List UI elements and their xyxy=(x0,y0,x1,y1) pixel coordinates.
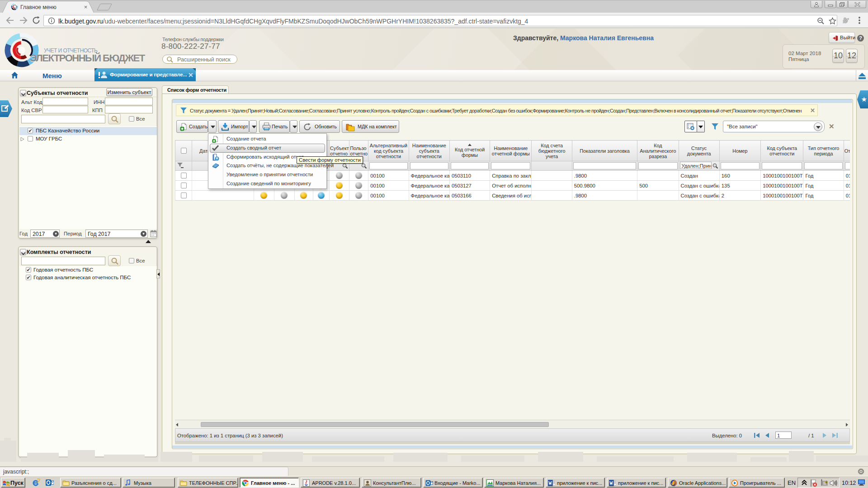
th[interactable]: Альтернативный код субъекта отчетности xyxy=(368,141,409,161)
module-tab-close-icon[interactable]: ✕ xyxy=(188,71,193,79)
scroll-left-icon[interactable] xyxy=(176,423,178,427)
period-select-arrow-icon[interactable]: ▾ xyxy=(141,231,146,237)
splitter-collapse-icon[interactable] xyxy=(146,240,151,243)
close-icon[interactable] xyxy=(848,1,866,8)
show-desktop-icon[interactable] xyxy=(858,479,865,486)
sidebar-collapse-handle[interactable] xyxy=(156,269,160,278)
filter-input[interactable] xyxy=(451,162,489,169)
sets-collapse-icon[interactable] xyxy=(20,249,26,255)
scroll-right-icon[interactable] xyxy=(846,423,848,427)
year-select-arrow-icon[interactable]: ▾ xyxy=(53,231,59,237)
altcode-input[interactable] xyxy=(42,98,88,105)
quicklaunch-outlook-icon[interactable] xyxy=(46,479,54,488)
table-settings-arrow[interactable] xyxy=(697,121,705,132)
extension-icon[interactable] xyxy=(842,17,850,24)
create-menu-item[interactable]: Создание отчета xyxy=(226,136,266,141)
column-header[interactable]: Статус документа xyxy=(679,145,719,156)
filter-input[interactable]: Удален;Прин xyxy=(680,162,712,169)
create-menu-item[interactable]: Сформировать исходящий отчет xyxy=(226,154,304,160)
subjects-search-button[interactable] xyxy=(108,113,121,124)
collapse-header-icon[interactable] xyxy=(859,73,866,79)
horizontal-scrollbar[interactable] xyxy=(175,420,850,428)
row-checkbox[interactable] xyxy=(181,192,187,198)
th[interactable]: Статус документа xyxy=(679,141,719,161)
records-filter-close-icon[interactable]: ✕ xyxy=(829,122,835,131)
create-menu-item[interactable]: Создать сводный отчет xyxy=(226,145,281,150)
change-subject-button[interactable]: Изменить субъект xyxy=(106,88,152,96)
filter-input[interactable] xyxy=(369,162,407,169)
network-icon[interactable] xyxy=(821,479,829,487)
filter-search-cell[interactable]: Удален;Прин xyxy=(679,162,719,170)
taskbar-button[interactable]: Главное меню - ... xyxy=(240,478,299,488)
bookmark-star-icon[interactable] xyxy=(829,17,836,25)
print-dropdown-arrow[interactable] xyxy=(290,120,297,133)
back-icon[interactable] xyxy=(5,16,14,24)
column-header[interactable]: Пользо отчетно xyxy=(350,145,368,156)
filter-input[interactable] xyxy=(845,162,850,169)
taskbar-button[interactable]: Музыка xyxy=(123,478,175,488)
th[interactable]: Тип отчетного периода xyxy=(803,141,844,161)
th[interactable]: Номер xyxy=(719,141,760,161)
taskbar-button[interactable]: Проигрыватель ... xyxy=(729,478,785,488)
info-icon[interactable] xyxy=(48,17,55,24)
filter-input[interactable] xyxy=(638,162,677,169)
filter-input[interactable] xyxy=(804,162,842,169)
scrollbar-thumb[interactable] xyxy=(201,422,549,427)
edge-edit-badge[interactable] xyxy=(0,100,12,117)
create-button[interactable]: Создать xyxy=(176,120,208,133)
sets-search-input[interactable] xyxy=(21,257,105,265)
inn-input[interactable] xyxy=(105,98,153,105)
page-settings-gear-icon[interactable] xyxy=(858,468,864,475)
th[interactable]: Наименование субъекта отчетности xyxy=(409,141,449,161)
sets-search-button[interactable] xyxy=(108,255,121,266)
sets-all-checkbox[interactable] xyxy=(129,258,134,263)
th[interactable] xyxy=(175,141,192,161)
browser-menu-icon[interactable] xyxy=(858,16,861,24)
list-item[interactable]: ✔ Годовая аналитическая отчетность ПБС xyxy=(19,274,157,282)
status-filter-close-icon[interactable]: ✕ xyxy=(810,107,815,114)
tree-item[interactable]: МОУ ГРБС xyxy=(19,135,157,143)
create-dropdown-arrow[interactable] xyxy=(208,120,217,133)
filter-input[interactable] xyxy=(410,162,448,169)
page-number-input[interactable]: 1 xyxy=(775,432,792,439)
tab-close-icon[interactable]: × xyxy=(82,4,89,10)
forward-icon[interactable] xyxy=(19,16,28,24)
table-settings-button[interactable] xyxy=(684,121,697,132)
th[interactable]: Код отчетной формы xyxy=(449,141,490,161)
quicklaunch-ie-icon[interactable] xyxy=(32,479,40,488)
th[interactable]: Показатели заголовка xyxy=(572,141,637,161)
main-tab[interactable]: Список форм отчетности xyxy=(162,85,229,94)
records-filter-icon[interactable] xyxy=(711,123,719,131)
svr-input[interactable] xyxy=(42,106,88,113)
volume-icon[interactable] xyxy=(830,479,838,487)
import-button[interactable]: Импорт xyxy=(218,120,249,133)
home-icon[interactable] xyxy=(11,71,19,79)
new-tab-button[interactable] xyxy=(97,4,112,10)
advanced-search[interactable]: Расширенный поиск xyxy=(162,55,237,64)
column-header[interactable]: Код отчетной формы xyxy=(450,147,489,158)
taskbar-button[interactable]: ТЕЛЕФОННЫЕ СПР... xyxy=(178,478,238,488)
logout-button[interactable]: Выйти xyxy=(829,32,855,43)
filter-input[interactable] xyxy=(573,162,636,169)
tree-checkbox[interactable] xyxy=(28,136,33,141)
column-header[interactable]: Тип отчетного периода xyxy=(804,145,843,156)
reload-icon[interactable] xyxy=(32,16,41,24)
list-item[interactable]: ✔ Годовая отчетность ПБС xyxy=(19,266,157,274)
filter-input[interactable] xyxy=(721,162,760,169)
set-checkbox-checked[interactable]: ✔ xyxy=(26,267,31,272)
taskbar-button[interactable]: КонсультантПлю... xyxy=(362,478,421,488)
th[interactable]: Наименование отчетной формы xyxy=(490,141,532,161)
subjects-all-checkbox[interactable] xyxy=(129,116,134,122)
first-page-icon[interactable] xyxy=(754,433,760,438)
column-header[interactable]: Показатели заголовка xyxy=(573,148,637,154)
taskbar-button[interactable]: APRODE v.28.1.0... xyxy=(301,478,360,488)
column-header[interactable]: Номер xyxy=(720,148,760,154)
edge-favorites-badge[interactable]: ★ xyxy=(857,90,868,108)
set-checkbox-checked[interactable]: ✔ xyxy=(26,275,31,280)
profile-icon[interactable] xyxy=(811,1,822,8)
subjects-collapse-icon[interactable] xyxy=(20,90,26,96)
maximize-icon[interactable] xyxy=(836,1,848,8)
prev-page-icon[interactable] xyxy=(765,433,769,438)
print-button[interactable]: Печать xyxy=(259,120,290,133)
user-name-link[interactable]: Маркова Наталия Евгеньевна xyxy=(560,34,654,42)
